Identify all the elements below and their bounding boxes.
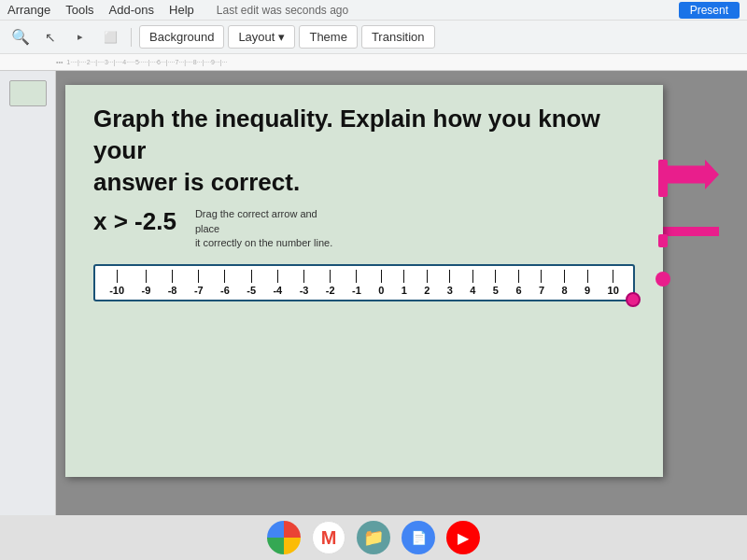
docs-icon[interactable]: 📄	[402, 521, 435, 554]
theme-button[interactable]: Theme	[299, 25, 357, 49]
right-handle-mid	[658, 234, 668, 247]
number-line[interactable]: -10 -9 -8 -7	[93, 264, 635, 301]
divider-1	[131, 28, 132, 47]
tick--7: -7	[194, 270, 204, 296]
tick-4: 4	[470, 270, 475, 296]
tick--2: -2	[326, 270, 335, 296]
menu-tools[interactable]: Tools	[65, 3, 93, 17]
ruler: ••• 1····|····2···|····3···|····4·····5·…	[0, 54, 747, 71]
tick-3: 3	[447, 270, 453, 296]
drag-instruction: Drag the correct arrow and place it corr…	[195, 207, 345, 250]
tick--6: -6	[220, 270, 230, 296]
tick-9: 9	[585, 270, 590, 296]
right-arrow-panel	[663, 85, 738, 236]
files-icon[interactable]: 📁	[357, 521, 390, 554]
taskbar: M 📁 📄 ▶	[0, 515, 747, 560]
gmail-icon[interactable]: M	[312, 521, 345, 554]
toolbar: 🔍 ↖ ▸ ⬜ Background Layout ▾ Theme Transi…	[0, 21, 747, 54]
slide-subtitle-row: x > -2.5 Drag the correct arrow and plac…	[93, 207, 635, 250]
right-handle-dot	[655, 272, 670, 287]
layout-button[interactable]: Layout ▾	[228, 25, 295, 49]
tick--9: -9	[142, 270, 151, 296]
tick--3: -3	[300, 270, 309, 296]
tick--4: -4	[273, 270, 282, 296]
tick-10: 10	[608, 270, 619, 296]
present-button[interactable]: Present	[679, 2, 740, 19]
image-icon[interactable]: ⬜	[97, 24, 123, 50]
slide-title: Graph the inequality. Explain how you kn…	[93, 104, 635, 198]
tick-2: 2	[424, 270, 430, 296]
tick-6: 6	[515, 270, 521, 296]
menu-arrange[interactable]: Arrange	[7, 3, 50, 17]
zoom-icon[interactable]: 🔍	[7, 24, 34, 50]
tick-8: 8	[561, 270, 567, 296]
chrome-icon[interactable]	[267, 521, 301, 554]
right-arrow-icon[interactable]	[663, 160, 719, 189]
tick-1: 1	[402, 270, 407, 296]
menu-help[interactable]: Help	[169, 3, 194, 17]
background-button[interactable]: Background	[139, 25, 224, 49]
tick--8: -8	[168, 270, 177, 296]
cursor-icon[interactable]: ↖	[37, 24, 63, 50]
inequality-expression: x > -2.5	[93, 207, 176, 236]
tick-5: 5	[493, 270, 499, 296]
tick--5: -5	[247, 270, 256, 296]
last-edit-label: Last edit was seconds ago	[217, 4, 348, 17]
pink-dot-marker[interactable]	[626, 292, 641, 307]
tick-0: 0	[378, 270, 384, 296]
menu-bar: Arrange Tools Add-ons Help Last edit was…	[0, 0, 747, 21]
slide-panel	[0, 71, 56, 523]
tick-7: 7	[539, 270, 544, 296]
tick--10: -10	[109, 270, 124, 296]
transition-button[interactable]: Transition	[361, 25, 435, 49]
youtube-icon[interactable]: ▶	[446, 521, 480, 554]
main-area: Graph the inequality. Explain how you kn…	[0, 71, 747, 523]
separator-icon: ▸	[67, 24, 93, 50]
tick--1: -1	[352, 270, 361, 296]
canvas-area[interactable]: Graph the inequality. Explain how you kn…	[56, 71, 747, 523]
menu-addons[interactable]: Add-ons	[109, 3, 154, 17]
slide: Graph the inequality. Explain how you kn…	[65, 85, 663, 477]
left-arrow-bar[interactable]	[663, 227, 719, 236]
slide-thumbnail[interactable]	[9, 80, 47, 106]
number-line-container: -10 -9 -8 -7	[93, 264, 635, 301]
